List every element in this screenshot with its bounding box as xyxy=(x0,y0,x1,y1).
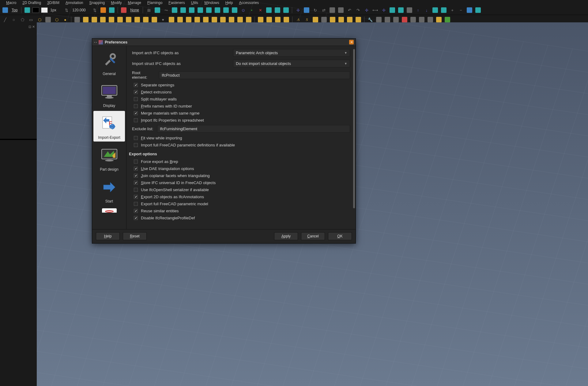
iso-icon[interactable] xyxy=(393,16,399,23)
import-full-param-checkbox[interactable] xyxy=(134,143,138,147)
help-button[interactable]: Help xyxy=(96,232,120,240)
nav-general[interactable]: General xyxy=(93,47,125,78)
nav-display-label: Display xyxy=(103,104,115,108)
report-icon[interactable] xyxy=(410,16,417,23)
import-arch-select[interactable]: Parametric Arch objects ▼ xyxy=(233,49,350,57)
rect-icon[interactable]: ▭ xyxy=(28,16,34,23)
ifcopenshell-label: Use IfcOpenShell serializer if available xyxy=(141,187,209,192)
monitor-icon xyxy=(97,81,122,102)
polygon-icon[interactable]: ⬠ xyxy=(19,16,26,23)
plus-icon[interactable]: + xyxy=(449,7,456,13)
minus-icon[interactable]: − xyxy=(458,7,464,13)
root-element-input[interactable] xyxy=(159,71,350,79)
store-ifc-id-checkbox[interactable] xyxy=(134,181,138,185)
ifcopenshell-checkbox[interactable] xyxy=(134,188,138,192)
join-icon[interactable]: ✢ xyxy=(380,7,387,13)
section-icon[interactable] xyxy=(406,7,413,13)
panel-icon[interactable] xyxy=(466,7,473,13)
view-label[interactable]: Top xyxy=(10,8,19,12)
app-logo-icon[interactable] xyxy=(2,7,9,13)
nav-display[interactable]: Display xyxy=(93,79,125,110)
plane-xy-icon[interactable] xyxy=(24,7,31,13)
color-swatch-black[interactable] xyxy=(32,7,39,13)
join-coplanar-checkbox[interactable] xyxy=(134,174,138,178)
fit-view-label: Fit view while importing xyxy=(141,136,182,140)
import-struct-select[interactable]: Do not import structural objects ▼ xyxy=(233,60,350,67)
separate-openings-checkbox[interactable] xyxy=(134,83,138,87)
exclude-list-input[interactable] xyxy=(157,125,350,133)
survey-icon[interactable] xyxy=(427,16,434,23)
split-walls-checkbox[interactable] xyxy=(134,97,138,101)
export-2d-checkbox[interactable] xyxy=(134,195,138,199)
freecad-logo-icon xyxy=(99,40,103,44)
disable-rect-checkbox[interactable] xyxy=(134,216,138,220)
import-arch-label: Import arch IFC objects as xyxy=(132,51,230,55)
import-export-icon: F xyxy=(97,113,122,134)
detect-extrusions-checkbox[interactable] xyxy=(134,90,138,94)
cancel-button[interactable]: Cancel xyxy=(301,232,325,240)
dialog-title: Preferences xyxy=(105,40,127,44)
ok-button[interactable]: OK xyxy=(328,232,352,240)
reset-button[interactable]: Reset xyxy=(123,232,147,240)
refresh-icon[interactable] xyxy=(432,7,439,13)
prefix-id-label: Prefix names with ID number xyxy=(141,104,192,108)
import-full-param-label: Import full FreeCAD parametric definitio… xyxy=(141,143,235,147)
sketch-icon[interactable] xyxy=(398,7,404,13)
use-dae-label: Use DAE triangulation options xyxy=(141,166,194,171)
window-icon[interactable] xyxy=(389,7,396,13)
close-button[interactable]: ✕ xyxy=(349,40,354,44)
circle-icon[interactable]: ○ xyxy=(10,16,17,23)
ifc-icon[interactable] xyxy=(418,16,425,23)
panel-controls[interactable]: ⊡ ✕ xyxy=(28,25,35,29)
nav-start-label: Start xyxy=(105,199,113,203)
line-icon[interactable]: ╱ xyxy=(2,16,9,23)
menu-macro[interactable]: Macro xyxy=(3,0,19,6)
fit-view-checkbox[interactable] xyxy=(134,136,138,140)
export-full-param-checkbox[interactable] xyxy=(134,202,138,206)
nav-part-design-label: Part design xyxy=(100,167,119,172)
menu-2d-drafting[interactable]: 2D Drafting xyxy=(19,0,44,6)
spreadsheet-icon[interactable] xyxy=(444,16,451,23)
merge-materials-label: Merge materials with same name xyxy=(141,111,199,115)
reuse-similar-label: Reuse similar entities xyxy=(141,209,179,213)
import-arch-select-value: Parametric Arch objects xyxy=(236,51,278,55)
offset-icon[interactable] xyxy=(329,7,336,13)
nav-next-partial[interactable] xyxy=(93,206,125,213)
arrow-up-icon[interactable]: ↑ xyxy=(415,7,421,13)
use-dae-checkbox[interactable] xyxy=(134,167,138,171)
trim-icon[interactable]: ✢ xyxy=(363,7,370,13)
nav-start[interactable]: Start xyxy=(93,175,125,205)
export-2d-label: Export 2D objects as IfcAnnotations xyxy=(141,195,204,199)
exclude-list-label: Exclude list: xyxy=(132,127,154,131)
arrow-down-icon[interactable]: ↓ xyxy=(423,7,430,13)
cluster-icon[interactable] xyxy=(435,16,442,23)
svg-point-0 xyxy=(110,54,115,59)
preferences-nav: General Display F Import-Export Part des… xyxy=(92,46,126,229)
reuse-similar-checkbox[interactable] xyxy=(134,209,138,213)
import-ifc-props-checkbox[interactable] xyxy=(134,118,138,122)
prefix-id-checkbox[interactable] xyxy=(134,104,138,108)
chevron-down-icon: ▼ xyxy=(344,51,347,55)
detect-extrusions-label: Detect extrusions xyxy=(141,90,172,94)
preview-icon[interactable] xyxy=(401,16,408,23)
part-design-icon xyxy=(97,145,122,166)
stretch-icon[interactable] xyxy=(337,7,344,13)
undo-icon[interactable]: ↶ xyxy=(346,7,353,13)
nav-import-export[interactable]: F Import-Export xyxy=(93,111,125,142)
window-pin-icon[interactable]: ▪ ▪ xyxy=(94,41,97,44)
content-scrollbar[interactable] xyxy=(353,49,355,208)
partial-icon xyxy=(97,208,122,213)
grid-menu-icon[interactable] xyxy=(475,7,481,13)
nav-part-design[interactable]: Part design xyxy=(93,143,125,173)
redo-icon[interactable]: ↷ xyxy=(355,7,361,13)
store-ifc-id-label: Store IFC universal ID in FreeCAD object… xyxy=(141,180,216,185)
wrench-screwdriver-icon xyxy=(97,49,122,70)
apply-button[interactable]: Apply xyxy=(274,232,298,240)
dialog-titlebar[interactable]: ▪ ▪ Preferences ✕ xyxy=(92,39,356,46)
force-brep-checkbox[interactable] xyxy=(134,160,138,164)
merge-materials-checkbox[interactable] xyxy=(134,111,138,115)
globe-icon[interactable] xyxy=(440,7,447,13)
preferences-content: Import arch IFC objects as Parametric Ar… xyxy=(126,46,356,229)
extend-icon[interactable]: ⟷ xyxy=(372,7,379,13)
dialog-footer: Help Reset Apply Cancel OK xyxy=(92,229,356,243)
